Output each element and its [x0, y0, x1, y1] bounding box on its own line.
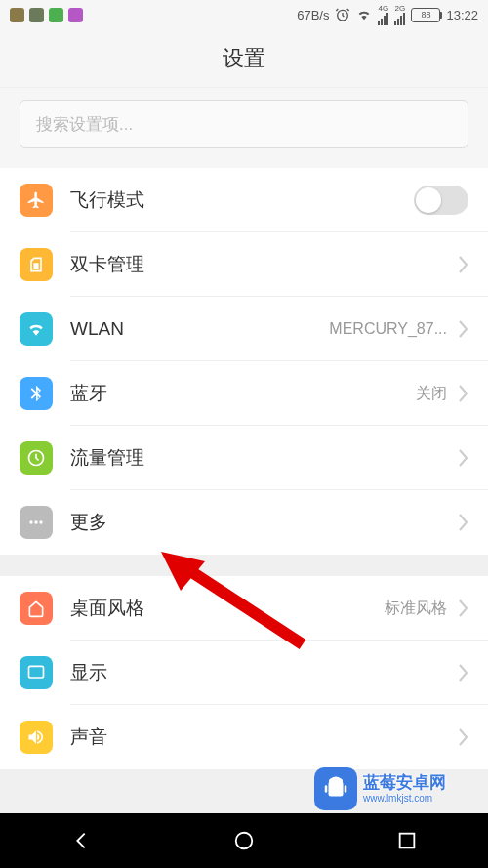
watermark-url: www.lmkjst.com: [363, 793, 446, 805]
nav-recent-button[interactable]: [378, 821, 436, 860]
notif-icon: [68, 8, 83, 22]
net-speed: 67B/s: [297, 8, 329, 22]
item-label: WLAN: [70, 318, 329, 340]
settings-item-data[interactable]: 流量管理: [0, 426, 488, 490]
chevron-right-icon: [457, 448, 468, 468]
net-type-1: 4G: [379, 5, 389, 13]
alarm-icon: [335, 7, 350, 22]
signal-icon: [378, 13, 388, 25]
sound-icon: [20, 721, 53, 754]
nav-back-button[interactable]: [52, 821, 110, 860]
svg-point-4: [39, 520, 42, 523]
settings-item-sim[interactable]: 双卡管理: [0, 232, 488, 297]
home-icon: [20, 592, 53, 625]
item-value: 关闭: [416, 384, 447, 404]
net-type-2: 2G: [395, 5, 406, 13]
svg-rect-5: [29, 666, 44, 678]
settings-item-home[interactable]: 桌面风格标准风格: [0, 576, 488, 641]
settings-item-more[interactable]: 更多: [0, 490, 488, 555]
nav-bar: [0, 813, 488, 868]
chevron-right-icon: [457, 727, 468, 747]
item-value: MERCURY_87...: [329, 320, 447, 338]
data-icon: [20, 441, 53, 475]
notif-icon: [29, 8, 44, 22]
watermark-icon: [314, 767, 357, 810]
chevron-right-icon: [457, 599, 468, 618]
notif-icon: [49, 8, 63, 22]
svg-rect-11: [399, 834, 414, 848]
settings-item-display[interactable]: 显示: [0, 641, 488, 705]
settings-item-plane[interactable]: 飞行模式: [0, 168, 488, 232]
item-label: 声音: [70, 724, 457, 750]
item-label: 更多: [70, 510, 457, 535]
wlan-icon: [20, 312, 53, 346]
item-label: 双卡管理: [70, 252, 457, 277]
settings-item-bt[interactable]: 蓝牙关闭: [0, 361, 488, 426]
nav-home-button[interactable]: [215, 821, 273, 860]
chevron-right-icon: [457, 513, 468, 532]
toggle-switch[interactable]: [414, 186, 468, 215]
wifi-icon: [356, 7, 372, 22]
item-label: 蓝牙: [70, 381, 416, 406]
notif-icon: [10, 8, 24, 22]
item-label: 飞行模式: [70, 187, 414, 213]
settings-item-wlan[interactable]: WLANMERCURY_87...: [0, 297, 488, 361]
svg-point-2: [29, 520, 32, 523]
plane-icon: [20, 184, 53, 217]
chevron-right-icon: [457, 255, 468, 274]
item-label: 显示: [70, 660, 457, 685]
clock: 13:22: [446, 8, 478, 22]
item-label: 流量管理: [70, 445, 457, 471]
item-value: 标准风格: [385, 599, 447, 619]
signal-icon: [394, 13, 405, 25]
page-title: 设置: [0, 29, 488, 88]
status-bar: 67B/s 4G 2G 88 13:22: [0, 0, 488, 29]
item-label: 桌面风格: [70, 596, 385, 621]
svg-rect-9: [345, 785, 347, 793]
svg-point-10: [236, 833, 253, 849]
svg-point-3: [34, 520, 37, 523]
chevron-right-icon: [457, 384, 468, 403]
settings-item-sound[interactable]: 声音: [0, 705, 488, 769]
display-icon: [20, 656, 53, 689]
sim-icon: [20, 248, 53, 281]
bt-icon: [20, 377, 53, 410]
search-input[interactable]: 搜索设置项...: [20, 100, 468, 148]
chevron-right-icon: [457, 663, 468, 682]
svg-rect-8: [325, 785, 328, 793]
watermark: 蓝莓安卓网 www.lmkjst.com: [303, 765, 488, 813]
chevron-right-icon: [457, 319, 468, 339]
battery-icon: 88: [411, 8, 440, 22]
watermark-title: 蓝莓安卓网: [363, 773, 446, 793]
more-icon: [20, 506, 53, 539]
